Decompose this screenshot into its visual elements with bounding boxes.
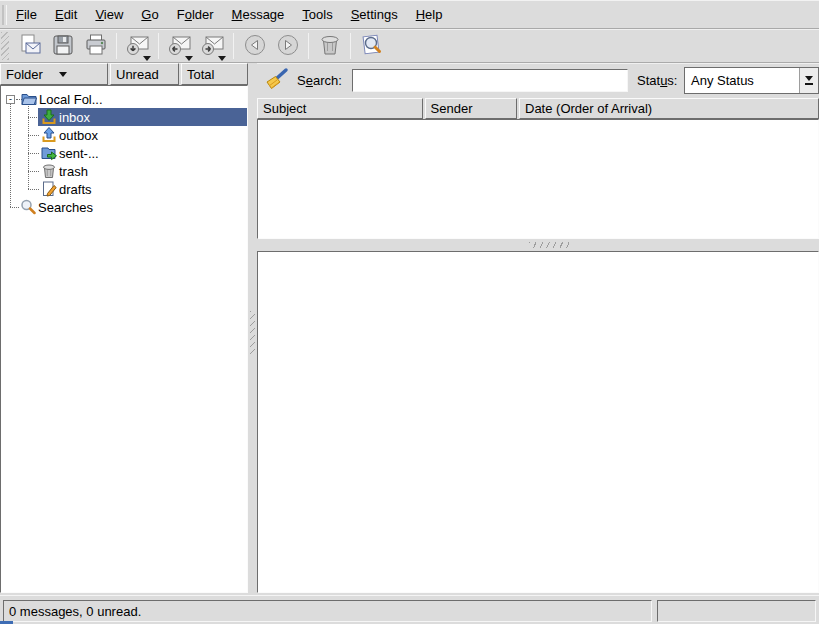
dropdown-arrow-icon: [185, 56, 193, 61]
folder-row-local-folders[interactable]: Local Fol...: [1, 90, 247, 108]
magnifier-icon: [20, 199, 36, 215]
folder-list-header: Folder Unread Total: [0, 63, 248, 85]
kmail-window: File Edit View Go Folder Message Tools S…: [0, 0, 819, 624]
new-message-icon: [18, 33, 42, 60]
inbox-icon: [41, 109, 57, 125]
save-button[interactable]: [46, 31, 79, 61]
search-input[interactable]: [352, 69, 628, 92]
save-icon: [51, 33, 75, 60]
find-messages-icon: [360, 33, 384, 60]
message-preview-pane[interactable]: [257, 251, 819, 593]
splitter-grip: [250, 311, 255, 355]
menu-edit[interactable]: Edit: [46, 3, 86, 26]
splitter-grip: [529, 242, 569, 248]
clear-search-button[interactable]: [261, 66, 291, 96]
main-area: Folder Unread Total: [0, 63, 819, 595]
folder-row-inbox[interactable]: inbox: [1, 108, 247, 126]
combo-dropdown-button[interactable]: [799, 68, 818, 93]
menubar: File Edit View Go Folder Message Tools S…: [0, 1, 819, 29]
message-list-body[interactable]: [257, 119, 819, 239]
right-pane: Search: Status: Any Status Subject: [257, 63, 819, 593]
menu-file[interactable]: File: [7, 3, 46, 26]
toolbar-separator: [233, 33, 234, 59]
horizontal-splitter[interactable]: [257, 239, 819, 251]
sent-mail-icon: [41, 145, 57, 161]
print-button[interactable]: [79, 31, 112, 61]
trash-icon: [318, 33, 342, 60]
search-label: Search:: [297, 73, 342, 88]
message-list: Subject Sender Date (Order of Arrival): [257, 98, 819, 239]
statusbar: 0 messages, 0 unread.: [0, 595, 819, 624]
next-icon: [276, 33, 300, 60]
folder-row-trash[interactable]: trash: [1, 162, 247, 180]
menu-message[interactable]: Message: [223, 3, 294, 26]
trash-icon: [41, 163, 57, 179]
open-folder-icon: [21, 91, 37, 107]
check-mail-button[interactable]: [121, 31, 154, 61]
menu-help[interactable]: Help: [407, 3, 452, 26]
menu-go[interactable]: Go: [132, 3, 167, 26]
folder-tree: - Local Fol...: [0, 85, 248, 593]
dropdown-arrow-icon: [218, 56, 226, 61]
combo-bar: [805, 83, 813, 85]
quick-search-bar: Search: Status: Any Status: [257, 63, 819, 98]
drafts-icon: [41, 181, 57, 197]
sort-descending-icon: [59, 72, 67, 77]
status-select-value: Any Status: [685, 73, 799, 88]
trash-button[interactable]: [313, 31, 346, 61]
message-list-header: Subject Sender Date (Order of Arrival): [257, 98, 819, 119]
previous-message-button[interactable]: [238, 31, 271, 61]
statusbar-section: [657, 600, 816, 622]
vertical-splitter[interactable]: [248, 63, 257, 593]
folder-row-outbox[interactable]: outbox: [1, 126, 247, 144]
total-column-header[interactable]: Total: [181, 63, 248, 85]
menu-tools[interactable]: Tools: [293, 3, 341, 26]
broom-icon: [263, 81, 289, 96]
menu-folder[interactable]: Folder: [168, 3, 223, 26]
dropdown-arrow-icon: [143, 56, 151, 61]
next-message-button[interactable]: [271, 31, 304, 61]
toolbar-separator: [116, 33, 117, 59]
folder-row-searches[interactable]: Searches: [1, 198, 247, 216]
folder-row-drafts[interactable]: drafts: [1, 180, 247, 198]
subject-column-header[interactable]: Subject: [257, 98, 423, 119]
chevron-down-icon: [805, 76, 813, 81]
forward-button[interactable]: [196, 31, 229, 61]
folder-panel: Folder Unread Total: [0, 63, 248, 593]
statusbar-message: 0 messages, 0 unread.: [3, 600, 652, 622]
find-messages-button[interactable]: [355, 31, 388, 61]
outbox-icon: [41, 127, 57, 143]
status-label: Status:: [637, 73, 677, 88]
folder-row-sent-mail[interactable]: sent-...: [1, 144, 247, 162]
sender-column-header[interactable]: Sender: [425, 98, 517, 119]
status-select[interactable]: Any Status: [684, 67, 819, 94]
unread-column-header[interactable]: Unread: [110, 63, 179, 85]
toolbar-separator: [158, 33, 159, 59]
reply-button[interactable]: [163, 31, 196, 61]
toolbar-separator: [350, 33, 351, 59]
main-toolbar: [0, 30, 819, 63]
new-message-button[interactable]: [13, 31, 46, 61]
previous-icon: [243, 33, 267, 60]
menu-settings[interactable]: Settings: [342, 3, 407, 26]
folder-column-header[interactable]: Folder: [0, 63, 108, 85]
print-icon: [84, 33, 108, 60]
toolbar-grip[interactable]: [1, 32, 9, 60]
date-column-header[interactable]: Date (Order of Arrival): [519, 98, 819, 119]
menu-view[interactable]: View: [86, 3, 132, 26]
toolbar-separator: [308, 33, 309, 59]
